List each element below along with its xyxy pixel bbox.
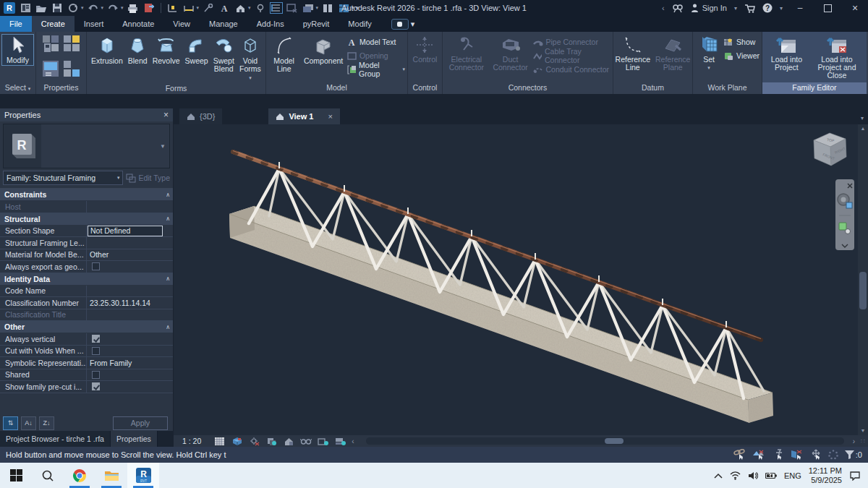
filter-button[interactable]: :0 bbox=[844, 450, 862, 460]
battery-icon[interactable] bbox=[765, 472, 777, 479]
scale-button[interactable]: 1 : 20 bbox=[182, 437, 201, 445]
section-header[interactable]: Identity Data∧ bbox=[0, 273, 173, 286]
switch-windows-dropdown-icon[interactable]: ▾ bbox=[316, 5, 319, 11]
project-browser-tab[interactable]: Project Browser - tirche 1 .rfa bbox=[0, 431, 111, 447]
property-value[interactable] bbox=[87, 333, 173, 345]
lock-3d-view-icon[interactable] bbox=[282, 436, 295, 446]
load-into-project-close-button[interactable]: Load into Project and Close bbox=[809, 34, 864, 81]
pipe-connector-button[interactable]: Pipe Connector bbox=[533, 36, 611, 48]
undo-icon[interactable] bbox=[87, 2, 100, 14]
dimension-dropdown-icon[interactable]: ▾ bbox=[197, 5, 200, 11]
type-selector[interactable]: R ▼ bbox=[3, 124, 170, 168]
text-icon[interactable]: A bbox=[218, 2, 231, 14]
section-header[interactable]: Structural∧ bbox=[0, 213, 173, 226]
select-elements-by-face-icon[interactable] bbox=[790, 449, 804, 461]
truss-web-back[interactable] bbox=[269, 168, 764, 391]
revit-logo-icon[interactable]: R bbox=[3, 2, 16, 14]
language-indicator[interactable]: ENG bbox=[784, 471, 801, 480]
restore-button[interactable] bbox=[817, 1, 838, 15]
section-header[interactable]: Constraints∧ bbox=[0, 189, 173, 201]
close-button[interactable]: × bbox=[845, 1, 865, 15]
undo-dropdown-icon[interactable]: ▾ bbox=[101, 5, 104, 11]
blend-button[interactable]: Blend bbox=[126, 34, 150, 67]
panel-label-connectors[interactable]: Connectors bbox=[443, 82, 613, 94]
redo-icon[interactable] bbox=[106, 2, 119, 14]
panel-label-forms[interactable]: Forms bbox=[87, 83, 265, 94]
chrome-taskbar-button[interactable] bbox=[64, 463, 95, 488]
signin-dropdown-icon[interactable]: ▾ bbox=[734, 5, 737, 12]
sync-icon[interactable] bbox=[67, 2, 80, 14]
checkbox-unchecked[interactable] bbox=[92, 371, 100, 379]
print-icon[interactable] bbox=[127, 2, 140, 14]
model-text-button[interactable]: A Model Text bbox=[347, 36, 405, 48]
checkbox-unchecked[interactable] bbox=[92, 262, 100, 270]
shadows-icon[interactable] bbox=[265, 436, 278, 446]
checkbox-checked[interactable] bbox=[92, 382, 100, 390]
sun-path-icon[interactable] bbox=[247, 436, 260, 446]
close-hidden-windows-icon[interactable] bbox=[286, 2, 299, 14]
tab-create[interactable]: Create bbox=[32, 16, 75, 32]
file-explorer-taskbar-button[interactable] bbox=[95, 463, 127, 488]
collapse-section-icon[interactable]: ∧ bbox=[166, 275, 169, 282]
section-header[interactable]: Other∧ bbox=[0, 321, 173, 333]
property-value[interactable] bbox=[87, 286, 173, 297]
properties-tab[interactable]: Properties bbox=[111, 431, 158, 447]
electrical-connector-button[interactable]: Electrical Connector bbox=[445, 34, 488, 73]
scroll-up-icon[interactable]: ▲ bbox=[861, 124, 866, 133]
background-processes-icon[interactable] bbox=[827, 449, 839, 461]
conduit-connector-button[interactable]: Conduit Connector bbox=[533, 64, 611, 75]
aligned-dimension-icon[interactable] bbox=[182, 2, 195, 14]
sort-descending-button[interactable]: Z↓ bbox=[39, 416, 54, 430]
type-selector-dropdown-icon[interactable]: ▼ bbox=[160, 143, 166, 150]
tab-pyrevit[interactable]: pyRevit bbox=[294, 16, 339, 32]
reference-plane-button[interactable]: Reference Plane bbox=[653, 34, 692, 73]
selected-value-cell[interactable]: Not Defined bbox=[88, 226, 163, 237]
void-forms-button[interactable]: Void Forms ▾ bbox=[237, 34, 263, 83]
property-value[interactable] bbox=[87, 237, 173, 249]
help-dropdown-icon[interactable]: ▾ bbox=[780, 5, 783, 12]
navigation-bar[interactable] bbox=[835, 179, 854, 250]
edit-type-button[interactable]: Edit Type bbox=[126, 174, 170, 183]
tab-view[interactable]: View bbox=[163, 16, 200, 32]
property-value[interactable] bbox=[87, 201, 173, 213]
3d-view-dropdown-icon[interactable]: ▾ bbox=[248, 5, 251, 11]
model-group-button[interactable]: Model Group ▾ bbox=[347, 64, 405, 75]
reveal-hidden-elements-icon[interactable] bbox=[317, 436, 330, 446]
scroll-right-icon[interactable]: › bbox=[853, 437, 858, 445]
export-icon[interactable] bbox=[142, 2, 156, 14]
duct-connector-button[interactable]: Duct Connector bbox=[489, 34, 532, 73]
clock[interactable]: 12:11 PM 5/9/2025 bbox=[809, 466, 842, 485]
vcb-collapse-icon[interactable]: ‹ bbox=[352, 437, 357, 445]
ribbon-toggle-dropdown-icon[interactable]: ▾ bbox=[411, 20, 415, 29]
tab-insert[interactable]: Insert bbox=[75, 16, 114, 32]
opening-button[interactable]: Opening bbox=[347, 50, 405, 61]
default-3d-view-icon[interactable] bbox=[234, 2, 247, 14]
vertical-scrollbar[interactable]: ▲ ▼ bbox=[858, 124, 868, 435]
open-icon[interactable] bbox=[35, 2, 48, 14]
close-view-tab-icon[interactable]: × bbox=[328, 112, 332, 121]
tab-addins[interactable]: Add-Ins bbox=[247, 16, 294, 32]
properties-palette-icon[interactable] bbox=[41, 59, 60, 78]
help-icon[interactable]: ? bbox=[762, 3, 773, 13]
sweep-button[interactable]: Sweep bbox=[183, 34, 210, 67]
property-value[interactable]: From Family bbox=[87, 357, 173, 369]
properties-close-icon[interactable]: × bbox=[163, 110, 169, 120]
family-types-icon[interactable] bbox=[41, 34, 60, 53]
view-cube[interactable]: FRONT RIGHT TOP bbox=[814, 133, 846, 166]
project-browser-icon[interactable] bbox=[19, 2, 32, 14]
visual-style-icon[interactable] bbox=[230, 436, 243, 446]
control-button[interactable]: Control bbox=[411, 34, 440, 65]
property-value[interactable]: 23.25.30.11.14.14 bbox=[87, 297, 173, 309]
tab-manage[interactable]: Manage bbox=[200, 16, 247, 32]
reference-line-button[interactable]: Reference Line bbox=[613, 34, 652, 73]
view-tab-3d[interactable]: {3D} bbox=[179, 108, 222, 124]
horizontal-scroll-thumb[interactable] bbox=[605, 438, 624, 444]
revit-taskbar-button[interactable]: RRVT bbox=[127, 463, 159, 488]
search-icon[interactable] bbox=[672, 4, 684, 13]
model-group-dropdown-icon[interactable]: ▾ bbox=[402, 67, 405, 72]
collapse-section-icon[interactable]: ∧ bbox=[166, 324, 169, 330]
component-button[interactable]: Component bbox=[300, 34, 346, 67]
panel-label-select[interactable]: Select ▾ bbox=[0, 82, 35, 94]
revolve-button[interactable]: Revolve bbox=[150, 34, 182, 67]
tab-annotate[interactable]: Annotate bbox=[113, 16, 163, 32]
